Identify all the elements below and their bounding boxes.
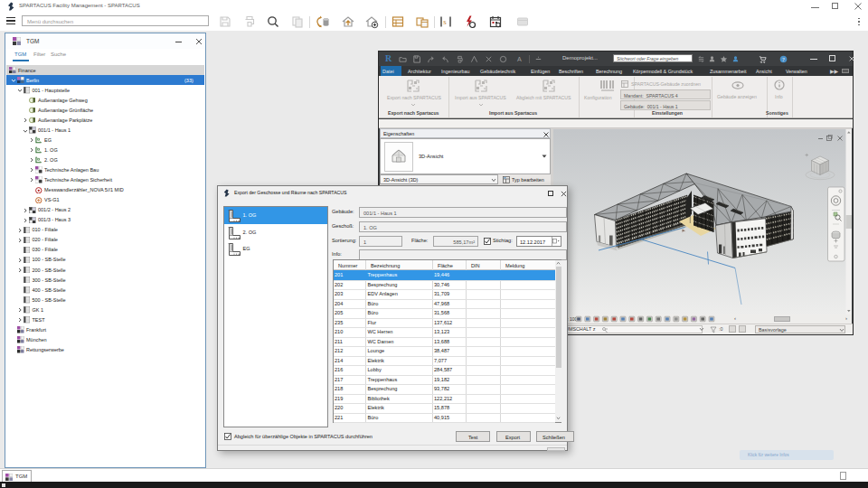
svg-text:s: s [443,17,447,26]
svg-text:A: A [517,55,522,63]
svg-text:?: ? [782,56,785,62]
